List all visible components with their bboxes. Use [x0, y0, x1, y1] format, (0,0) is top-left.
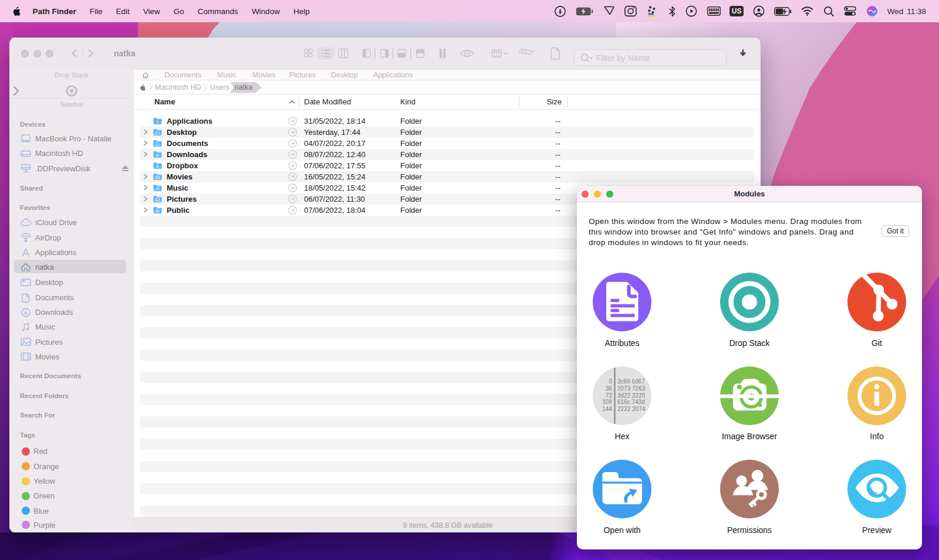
svg-text:36: 36	[606, 385, 613, 391]
svg-text:2073 7263: 2073 7263	[617, 385, 646, 391]
svg-text:616c 743d: 616c 743d	[617, 399, 645, 405]
svg-text:144: 144	[602, 406, 612, 412]
svg-text:2222 2074: 2222 2074	[617, 406, 646, 412]
svg-text:3d22 2220: 3d22 2220	[617, 392, 646, 398]
svg-text:0: 0	[609, 378, 612, 384]
svg-text:3c69 6d67: 3c69 6d67	[617, 378, 645, 384]
svg-text:72: 72	[606, 392, 613, 398]
svg-text:108: 108	[602, 399, 612, 405]
